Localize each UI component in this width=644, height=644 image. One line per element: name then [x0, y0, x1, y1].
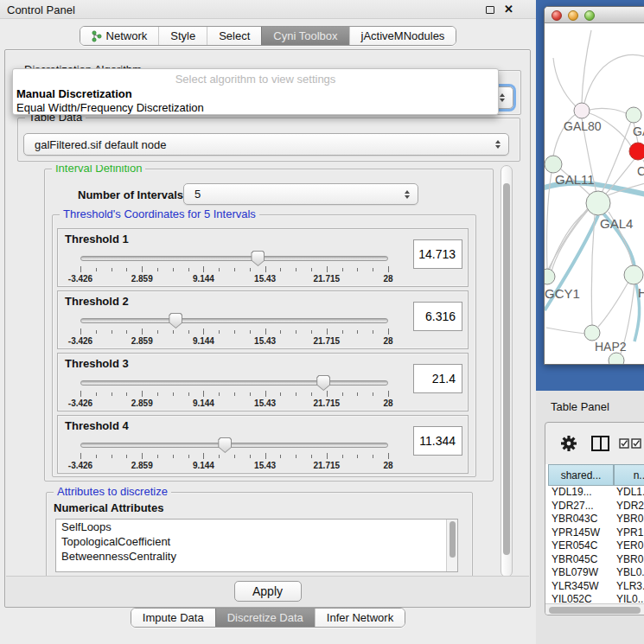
slider-track[interactable]: [80, 380, 388, 386]
thresholds-group: Threshold's Coordinates for 5 Intervals …: [52, 214, 476, 477]
tab-style[interactable]: Style: [158, 27, 207, 45]
ruler-tick: [126, 330, 127, 334]
network-node[interactable]: [626, 107, 641, 123]
table-column-header[interactable]: n...: [614, 464, 644, 486]
threshold-slider[interactable]: -3.4262.8599.14415.4321.71528: [80, 354, 388, 412]
close-icon[interactable]: ✕: [504, 3, 513, 16]
threshold-value-field[interactable]: 21.4: [413, 364, 462, 393]
slider-handle[interactable]: [316, 375, 330, 391]
dropdown-option-manual-discretization[interactable]: Manual Discretization: [16, 87, 132, 100]
settings-scrollbar-thumb[interactable]: [503, 183, 510, 555]
table-row[interactable]: YDL19...YDL1...: [545, 486, 644, 500]
slider-track[interactable]: [80, 318, 388, 323]
checkbox-icon[interactable]: [631, 438, 641, 449]
tab-cyni-toolbox[interactable]: Cyni Toolbox: [261, 27, 348, 45]
ruler-tick: [296, 268, 296, 271]
ruler-tick: [142, 328, 143, 335]
table-cell: YDR27...: [552, 500, 612, 513]
network-node[interactable]: [609, 353, 624, 365]
slider-handle[interactable]: [169, 313, 182, 328]
network-node[interactable]: [586, 191, 610, 215]
apply-button[interactable]: Apply: [234, 581, 302, 602]
ruler-tick: [388, 453, 389, 459]
ruler-tick: [219, 455, 220, 458]
slider-track[interactable]: [80, 256, 388, 261]
network-node[interactable]: [574, 103, 590, 118]
threshold-value-field[interactable]: 14.713: [413, 239, 462, 269]
table-row[interactable]: YBR045CYBR0...: [545, 553, 644, 567]
table-data-combobox[interactable]: galFiltered.sif default node: [23, 133, 509, 156]
close-traffic-light-icon[interactable]: [552, 10, 562, 21]
network-node[interactable]: [629, 143, 644, 160]
table-column-header[interactable]: shared...: [548, 464, 614, 486]
control-panel-titlebar: Control Panel ✕: [0, 0, 536, 19]
tab-jactivemnodules[interactable]: jActiveMNodules: [349, 27, 456, 45]
threshold-value-field[interactable]: 6.316: [413, 302, 462, 331]
ruler-tick: [219, 268, 220, 271]
gear-icon[interactable]: [559, 434, 578, 453]
threshold-slider[interactable]: -3.4262.8599.14415.4321.71528: [80, 229, 388, 288]
ruler-tick: [311, 268, 312, 271]
minimize-traffic-light-icon[interactable]: [568, 10, 578, 21]
window-title: Control Panel: [7, 3, 75, 16]
table-row[interactable]: YBR043CYBR0...: [545, 513, 644, 526]
table-row[interactable]: YDR27...YDR2...: [545, 500, 644, 513]
attribute-list-item[interactable]: TopologicalCoefficient: [56, 534, 457, 549]
apply-footer: Apply: [6, 576, 529, 607]
table-cell: YER054C: [552, 539, 612, 553]
attribute-list-item[interactable]: SelfLoops: [56, 520, 457, 534]
threshold-slider[interactable]: -3.4262.8599.14415.4321.71528: [80, 416, 388, 475]
number-of-intervals-combobox[interactable]: 5: [183, 183, 418, 205]
attribute-list-item[interactable]: BetweennessCentrality: [56, 549, 457, 564]
slider-handle[interactable]: [251, 251, 265, 266]
checkbox-icon[interactable]: [619, 438, 629, 449]
table-header-row: shared...n...: [545, 464, 644, 486]
slider-tick-labels: -3.4262.8599.14415.4321.71528: [80, 461, 388, 471]
network-node[interactable]: [545, 269, 555, 284]
ruler-tick: [112, 455, 112, 458]
numerical-attributes-list[interactable]: SelfLoopsTopologicalCoefficientBetweenne…: [55, 519, 458, 572]
ruler-tick: [327, 391, 328, 397]
split-columns-icon[interactable]: [591, 436, 609, 451]
tab-discretize-data[interactable]: Discretize Data: [215, 609, 315, 627]
zoom-traffic-light-icon[interactable]: [584, 10, 595, 21]
tab-select[interactable]: Select: [207, 27, 261, 45]
float-window-icon[interactable]: [486, 6, 494, 14]
table-row[interactable]: YLR345WYLR3...: [545, 580, 644, 594]
network-node[interactable]: [624, 265, 643, 284]
ruler-tick: [96, 455, 97, 458]
table-cell: YBR045C: [552, 553, 612, 567]
settings-vertical-scrollbar[interactable]: [501, 165, 513, 577]
table-body: YDL19...YDL1...YDR27...YDR2...YBR043CYBR…: [545, 486, 644, 603]
tab-label: Style: [170, 29, 195, 42]
network-node[interactable]: [545, 156, 562, 173]
ruler-tick: [296, 392, 296, 396]
slider-tick-labels: -3.4262.8599.14415.4321.71528: [80, 336, 388, 347]
table-panel-title: Table Panel: [551, 400, 609, 413]
table-row[interactable]: YER054CYER0...: [545, 539, 644, 553]
threshold-slider[interactable]: -3.4262.8599.14415.4321.71528: [80, 291, 388, 350]
tab-network[interactable]: Network: [80, 27, 159, 45]
table-horizontal-scrollbar[interactable]: [545, 603, 644, 615]
network-edge: [582, 30, 591, 103]
tick-label: 15.43: [254, 399, 276, 408]
tick-label: 28: [383, 274, 392, 284]
network-canvas[interactable]: GAL80GACGAL11GAL4GCY1HHAP2: [545, 23, 644, 365]
table-row[interactable]: YPR145WYPR1...: [545, 526, 644, 540]
attributes-scrollbar[interactable]: [446, 520, 457, 571]
table-cell: YER0...: [616, 539, 644, 553]
slider-handle[interactable]: [218, 437, 232, 453]
table-row[interactable]: YBL079WYBL0...: [545, 566, 644, 580]
dropdown-option-equal-width-frequency[interactable]: Equal Width/Frequency Discretization: [16, 101, 204, 114]
table-row[interactable]: YIL052CYIL0...: [545, 593, 644, 603]
tab-impute-data[interactable]: Impute Data: [131, 609, 215, 627]
cyni-toolbox-panel: Discretization Algorithm Select algorith…: [4, 49, 531, 608]
ruler-tick: [311, 455, 312, 458]
slider-track[interactable]: [80, 443, 388, 448]
threshold-value-field[interactable]: 11.344: [413, 426, 462, 456]
attributes-scrollbar-thumb[interactable]: [450, 521, 456, 558]
network-node[interactable]: [584, 325, 600, 341]
table-panel-inner: shared...n... YDL19...YDL1...YDR27...YDR…: [545, 422, 644, 615]
table-hscrollbar-thumb[interactable]: [549, 607, 641, 614]
tab-infer-network[interactable]: Infer Network: [315, 609, 405, 627]
